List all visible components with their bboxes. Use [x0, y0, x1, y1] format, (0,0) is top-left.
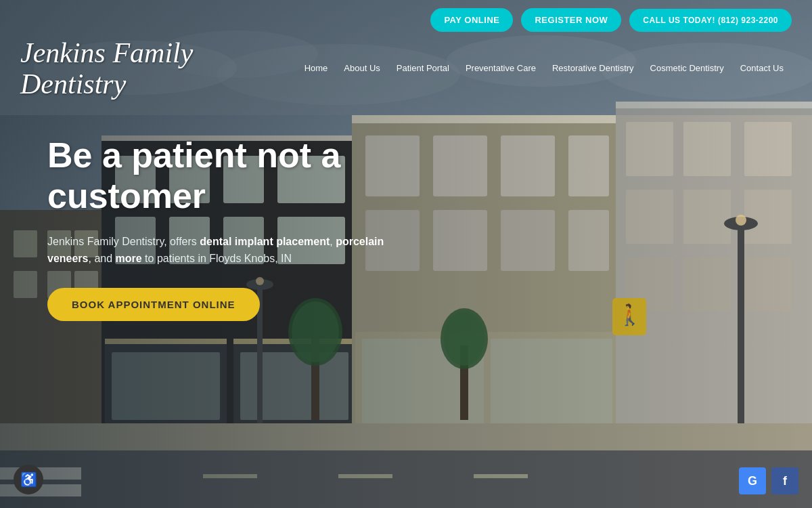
nav-cosmetic-dentistry[interactable]: Cosmetic Dentistry: [642, 58, 732, 80]
hero-bold3: more: [116, 253, 142, 264]
site-header: PAY ONLINE REGISTER NOW CALL US TODAY! (…: [0, 0, 812, 106]
top-bar: PAY ONLINE REGISTER NOW CALL US TODAY! (…: [20, 0, 792, 37]
nav-home[interactable]: Home: [296, 58, 336, 80]
accessibility-button[interactable]: ♿: [14, 465, 43, 494]
hero-sep1: ,: [330, 236, 336, 247]
social-buttons: G f: [739, 467, 798, 494]
hero-headline: Be a patient not a customer: [47, 135, 453, 217]
hero-subtext: Jenkins Family Dentistry, offers dental …: [47, 233, 386, 268]
hero-section: Be a patient not a customer Jenkins Fami…: [47, 135, 453, 321]
nav-contact-us[interactable]: Contact Us: [732, 58, 792, 80]
book-appointment-button[interactable]: BOOK APPOINTMENT ONLINE: [47, 288, 260, 321]
nav-preventative-care[interactable]: Preventative Care: [457, 58, 544, 80]
accessibility-icon: ♿: [20, 471, 37, 488]
facebook-social-button[interactable]: f: [771, 467, 798, 494]
google-social-button[interactable]: G: [739, 467, 766, 494]
nav-patient-portal[interactable]: Patient Portal: [388, 58, 457, 80]
nav-about[interactable]: About Us: [336, 58, 388, 80]
pay-online-button[interactable]: PAY ONLINE: [430, 8, 513, 32]
call-us-button[interactable]: CALL US TODAY! (812) 923-2200: [629, 9, 792, 32]
hero-bold1: dental implant placement: [200, 236, 330, 247]
hero-desc-prefix: Jenkins Family Dentistry, offers: [47, 236, 200, 247]
logo-nav-row: Jenkins Family Dentistry Home About Us P…: [20, 37, 792, 106]
hero-sep2: , and: [89, 253, 116, 264]
hero-suffix: to patients in Floyds Knobs, IN: [142, 253, 292, 264]
nav-restorative-dentistry[interactable]: Restorative Dentistry: [544, 58, 642, 80]
site-logo[interactable]: Jenkins Family Dentistry: [20, 37, 296, 100]
main-nav: Home About Us Patient Portal Preventativ…: [296, 58, 792, 80]
register-now-button[interactable]: REGISTER NOW: [521, 8, 621, 32]
